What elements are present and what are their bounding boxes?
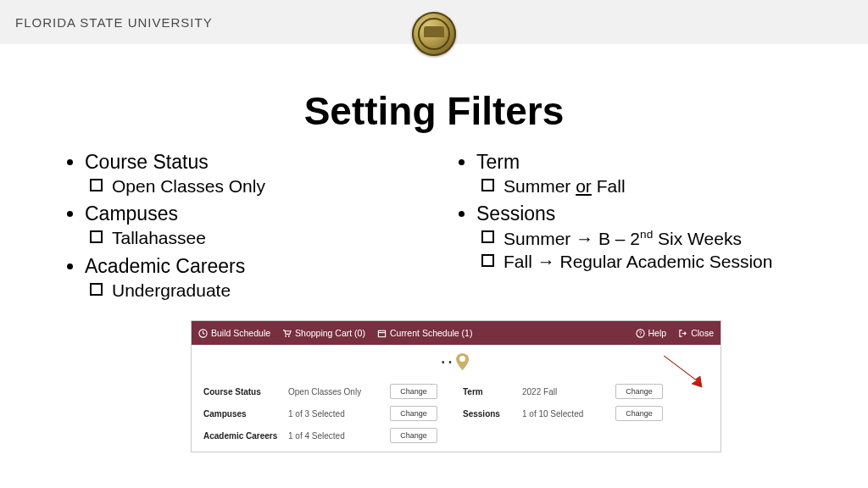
sub-text: Open Classes Only xyxy=(112,176,265,196)
value-term: 2022 Fall xyxy=(522,387,615,396)
bullet-term: Term Summer or Fall xyxy=(476,151,817,197)
nav-help[interactable]: ? Help xyxy=(636,328,667,338)
bullet-head: Term xyxy=(476,151,520,173)
svg-rect-3 xyxy=(378,330,385,336)
checkbox-icon xyxy=(481,179,494,191)
nav-label: Build Schedule xyxy=(211,328,270,338)
map-pin-row: • • xyxy=(203,350,709,384)
bullet-head: Campuses xyxy=(85,202,178,225)
bullet-academic-careers: Academic Careers Undergraduate xyxy=(85,255,426,302)
sub-undergrad: Undergraduate xyxy=(90,280,426,302)
bullet-campuses: Campuses Tallahassee xyxy=(85,202,426,249)
change-button-campuses[interactable]: Change xyxy=(390,406,437,421)
sub-text: Six Weeks xyxy=(653,229,742,248)
calendar-icon xyxy=(377,329,387,338)
filter-grid: Course Status Open Classes Only Change T… xyxy=(203,384,709,443)
sub-text: Fall xyxy=(592,176,626,196)
nav-shopping-cart[interactable]: Shopping Cart (0) xyxy=(282,328,365,338)
right-column: Term Summer or Fall Sessions Summer → B … xyxy=(451,151,817,307)
sub-tallahassee: Tallahassee xyxy=(90,227,426,249)
value-academic-careers: 1 of 4 Selected xyxy=(288,431,390,441)
sub-summer-session: Summer → B – 2nd Six Weeks xyxy=(481,227,817,250)
bullet-head: Course Status xyxy=(85,151,209,173)
nav-label: Shopping Cart (0) xyxy=(295,328,365,338)
sub-text: Summer xyxy=(504,176,576,196)
sub-text: Fall → Regular Academic Session xyxy=(504,252,772,271)
value-course-status: Open Classes Only xyxy=(288,387,390,396)
nav-label: Current Schedule (1) xyxy=(390,328,472,338)
content-columns: Course Status Open Classes Only Campuses… xyxy=(0,134,868,307)
sub-open-classes: Open Classes Only xyxy=(90,175,426,197)
value-sessions: 1 of 10 Selected xyxy=(522,409,615,419)
checkbox-icon xyxy=(90,179,103,191)
sub-fall-session: Fall → Regular Academic Session xyxy=(481,251,817,273)
label-term: Term xyxy=(463,387,522,396)
clock-icon xyxy=(198,329,208,338)
change-button-term[interactable]: Change xyxy=(615,384,663,399)
nav-label: Close xyxy=(691,328,714,338)
sub-text: Undergraduate xyxy=(112,280,231,300)
nav-close[interactable]: Close xyxy=(678,328,714,338)
label-campuses: Campuses xyxy=(203,409,288,419)
label-academic-careers: Academic Careers xyxy=(203,431,288,441)
left-column: Course Status Open Classes Only Campuses… xyxy=(59,151,426,307)
checkbox-icon xyxy=(90,230,103,243)
checkbox-icon xyxy=(90,283,103,296)
help-icon: ? xyxy=(636,329,645,338)
sub-text: Summer → B – 2 xyxy=(504,229,640,248)
nav-label: Help xyxy=(648,328,667,338)
sub-term-value: Summer or Fall xyxy=(481,175,817,197)
label-course-status: Course Status xyxy=(203,387,288,396)
map-pin-icon xyxy=(456,353,469,370)
change-button-sessions[interactable]: Change xyxy=(615,406,663,421)
change-button-course-status[interactable]: Change xyxy=(390,384,437,399)
app-body: • • Course Status Open Classes Only Chan… xyxy=(192,345,721,452)
svg-text:?: ? xyxy=(638,330,642,336)
checkbox-icon xyxy=(481,230,494,243)
schedule-builder-screenshot: Build Schedule Shopping Cart (0) Current… xyxy=(191,320,721,452)
nav-build-schedule[interactable]: Build Schedule xyxy=(198,328,270,338)
sub-text: Tallahassee xyxy=(112,228,206,247)
nav-current-schedule[interactable]: Current Schedule (1) xyxy=(377,328,472,338)
value-campuses: 1 of 3 Selected xyxy=(288,409,390,419)
checkbox-icon xyxy=(481,254,494,267)
change-button-academic-careers[interactable]: Change xyxy=(390,428,437,443)
cart-icon xyxy=(282,329,292,338)
university-seal xyxy=(412,12,456,56)
university-brand: FLORIDA STATE UNIVERSITY xyxy=(15,15,213,30)
superscript: nd xyxy=(640,228,653,241)
app-nav-bar: Build Schedule Shopping Cart (0) Current… xyxy=(192,321,721,345)
bullet-course-status: Course Status Open Classes Only xyxy=(85,151,426,197)
label-sessions: Sessions xyxy=(463,409,522,419)
logout-icon xyxy=(678,329,687,338)
bullet-head: Academic Careers xyxy=(85,255,245,277)
slide-title: Setting Filters xyxy=(0,88,868,134)
svg-point-1 xyxy=(285,335,287,336)
underline-or: or xyxy=(576,176,592,196)
svg-point-2 xyxy=(288,335,290,336)
bullet-head: Sessions xyxy=(476,202,555,225)
bullet-sessions: Sessions Summer → B – 2nd Six Weeks Fall… xyxy=(476,202,817,273)
